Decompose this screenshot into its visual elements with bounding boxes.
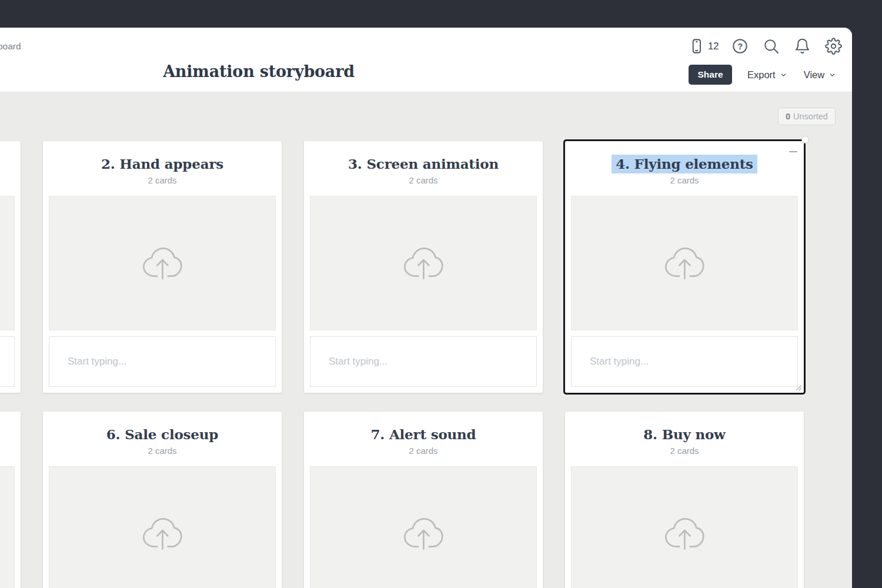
upload-cloud-icon xyxy=(402,516,445,552)
card-text-input[interactable] xyxy=(0,336,15,387)
column-title: 6. Sale closeup xyxy=(43,426,282,442)
minus-icon[interactable] xyxy=(789,151,797,152)
board-title[interactable]: Animation storyboard xyxy=(163,62,355,81)
share-button[interactable]: Share xyxy=(689,65,732,85)
column-card-count: 2 cards xyxy=(43,175,282,185)
header-button-row: Share Export View xyxy=(689,65,837,85)
board-column-card-selected[interactable]: 4. Flying elements 2 cards Start typing.… xyxy=(565,141,804,393)
board-column-card[interactable]: 7. Alert sound 2 cards Start typing... xyxy=(304,412,543,588)
help-icon[interactable]: ? xyxy=(731,37,749,55)
gear-icon[interactable] xyxy=(824,37,842,55)
upload-cloud-icon xyxy=(141,516,184,552)
column-card-count: 2 cards xyxy=(43,446,282,456)
search-icon[interactable] xyxy=(762,37,780,55)
column-title: 4. Flying elements xyxy=(565,156,804,172)
image-dropzone[interactable] xyxy=(0,196,15,330)
card-count-icon[interactable] xyxy=(687,37,705,55)
card-count: 12 xyxy=(708,41,719,52)
image-dropzone[interactable] xyxy=(310,466,537,588)
image-dropzone[interactable] xyxy=(571,196,798,330)
board-column-card-partial[interactable] xyxy=(0,412,21,588)
image-dropzone[interactable] xyxy=(571,466,798,588)
unsorted-count: 0 xyxy=(786,112,790,121)
upload-cloud-icon xyxy=(141,246,184,281)
svg-text:?: ? xyxy=(737,41,743,51)
view-button[interactable]: View xyxy=(803,67,837,83)
card-text-input[interactable]: Start typing... xyxy=(310,336,537,387)
image-dropzone[interactable] xyxy=(49,466,276,588)
app-window: board Animation storyboard 12 ? Share xyxy=(0,28,852,588)
chevron-down-icon xyxy=(828,71,836,79)
bell-icon[interactable] xyxy=(793,37,811,55)
export-button[interactable]: Export xyxy=(746,67,789,83)
board-column-card[interactable]: 2. Hand appears 2 cards Start typing... xyxy=(43,141,282,393)
column-card-count: 2 cards xyxy=(565,446,804,456)
upload-cloud-icon xyxy=(663,516,706,552)
view-label: View xyxy=(804,69,824,81)
card-text-input[interactable]: Start typing... xyxy=(571,336,798,387)
window-header: board Animation storyboard 12 ? Share xyxy=(0,28,852,92)
chevron-down-icon xyxy=(780,71,787,79)
column-card-count: 2 cards xyxy=(304,175,543,185)
resize-handle[interactable] xyxy=(801,136,809,143)
board-column-card[interactable]: 3. Screen animation 2 cards Start typing… xyxy=(304,141,543,393)
column-title: 8. Buy now xyxy=(565,426,804,442)
column-card-count: 2 cards xyxy=(304,446,543,456)
card-text-input[interactable]: Start typing... xyxy=(49,336,276,387)
export-label: Export xyxy=(747,69,776,81)
board-column-card[interactable]: 6. Sale closeup 2 cards Start typing... xyxy=(43,412,282,588)
unsorted-label: Unsorted xyxy=(793,112,828,121)
image-dropzone[interactable] xyxy=(0,466,15,588)
image-dropzone[interactable] xyxy=(310,196,537,330)
resize-grip-icon[interactable] xyxy=(793,382,802,391)
board-column-card[interactable]: 8. Buy now 2 cards Start typing... xyxy=(565,412,804,588)
column-title: 3. Screen animation xyxy=(304,156,543,172)
unsorted-badge[interactable]: 0 Unsorted xyxy=(778,108,836,125)
board-column-card-partial[interactable] xyxy=(0,141,21,393)
column-title: 2. Hand appears xyxy=(43,156,282,172)
column-card-count: 2 cards xyxy=(565,175,804,185)
column-title: 7. Alert sound xyxy=(304,426,543,442)
breadcrumb[interactable]: board xyxy=(0,41,21,52)
image-dropzone[interactable] xyxy=(49,196,276,330)
header-icon-row: 12 ? xyxy=(687,36,842,55)
upload-cloud-icon xyxy=(663,246,706,281)
upload-cloud-icon xyxy=(402,246,445,281)
board-canvas[interactable]: 0 Unsorted 2. Hand appears 2 cards Start… xyxy=(0,92,852,588)
